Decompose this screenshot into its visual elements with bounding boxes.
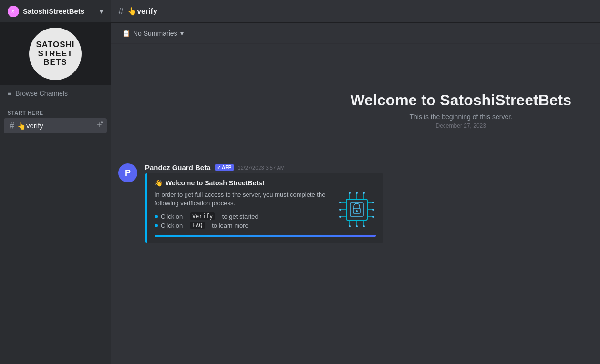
browse-channels-label: Browse Channels bbox=[15, 90, 68, 97]
logo-line-2: STREET bbox=[38, 50, 72, 59]
channel-item-verify[interactable]: # 👆verify bbox=[4, 118, 107, 133]
message-group: P Pandez Guard Beta ✓ APP 12/27/2023 3:5… bbox=[111, 156, 600, 244]
embed-description: In order to get full access to the serve… bbox=[155, 191, 332, 208]
embed-bullet-1: Click on Verify to get started bbox=[155, 212, 332, 220]
svg-point-20 bbox=[349, 225, 351, 227]
svg-text:S: S bbox=[11, 10, 14, 14]
message-header: Pandez Guard Beta ✓ APP 12/27/2023 3:57 … bbox=[145, 163, 592, 172]
channel-header-name: 👆verify bbox=[127, 7, 157, 16]
topbar: # 👆verify bbox=[111, 0, 600, 23]
embed-bottom-bar bbox=[155, 235, 376, 237]
svg-point-2 bbox=[101, 121, 103, 123]
welcome-subtitle: This is the beginning of this server. bbox=[409, 113, 512, 121]
svg-rect-27 bbox=[346, 199, 367, 220]
bullet-dot-2 bbox=[155, 224, 158, 227]
svg-point-22 bbox=[372, 202, 374, 203]
welcome-section: Welcome to SatoshiStreetBets This is the… bbox=[341, 63, 581, 146]
avatar: P bbox=[118, 163, 137, 182]
svg-point-23 bbox=[372, 216, 374, 218]
messages-area[interactable]: Welcome to SatoshiStreetBets This is the… bbox=[111, 44, 600, 364]
bullet-2-pre: Click on bbox=[161, 222, 183, 229]
logo-line-3: BETS bbox=[43, 58, 67, 67]
embed-title-text: Welcome to SatoshiStreetBets! bbox=[166, 179, 264, 187]
bullet-2-post: to learn more bbox=[212, 222, 248, 229]
message-timestamp: 12/27/2023 3:57 AM bbox=[238, 165, 285, 171]
svg-point-15 bbox=[356, 192, 358, 194]
svg-point-18 bbox=[356, 225, 358, 227]
svg-point-24 bbox=[339, 209, 341, 211]
main-content: # 👆verify 📋 No Summaries ▾ Welcome to Sa… bbox=[111, 0, 600, 364]
summaries-button[interactable]: 📋 No Summaries ▾ bbox=[118, 28, 187, 39]
channel-item-left: # 👆verify bbox=[10, 121, 43, 130]
channel-header-hash-icon: # bbox=[118, 6, 124, 17]
sidebar: S SatoshiStreetBets ▾ SATOSHI STREET BET… bbox=[0, 0, 111, 364]
logo-line-1: SATOSHI bbox=[36, 40, 75, 50]
summaries-bar: 📋 No Summaries ▾ bbox=[111, 23, 600, 44]
list-icon: ≡ bbox=[8, 90, 11, 97]
welcome-date: December 27, 2023 bbox=[436, 122, 486, 129]
server-header[interactable]: S SatoshiStreetBets ▾ bbox=[0, 0, 111, 23]
svg-point-21 bbox=[372, 209, 374, 211]
svg-point-19 bbox=[363, 225, 365, 227]
app-badge: ✓ APP bbox=[215, 164, 234, 171]
category-label: START HERE bbox=[0, 102, 111, 118]
bullet-1-code: Verify bbox=[190, 212, 215, 220]
svg-point-30 bbox=[356, 210, 358, 212]
chevron-down-icon: ▾ bbox=[100, 8, 103, 15]
svg-rect-28 bbox=[350, 203, 363, 216]
hash-icon: # bbox=[10, 121, 14, 130]
bullet-1-post: to get started bbox=[222, 213, 259, 220]
svg-point-16 bbox=[363, 192, 365, 194]
bullet-dot-1 bbox=[155, 215, 158, 218]
embed-title: 👋 Welcome to SatoshiStreetBets! bbox=[155, 179, 264, 187]
embed-text-area: In order to get full access to the serve… bbox=[155, 191, 332, 231]
channel-name: 👆verify bbox=[17, 121, 43, 130]
message-author: Pandez Guard Beta bbox=[145, 163, 211, 172]
svg-point-17 bbox=[349, 192, 351, 194]
server-name: SatoshiStreetBets bbox=[23, 7, 84, 15]
server-logo-area: SATOSHI STREET BETS bbox=[0, 23, 111, 85]
browse-channels-button[interactable]: ≡ Browse Channels bbox=[0, 85, 111, 102]
summaries-label: No Summaries bbox=[133, 30, 177, 37]
bullet-1-pre: Click on bbox=[161, 213, 183, 220]
embed-body: In order to get full access to the serve… bbox=[155, 191, 376, 231]
embed-title-emoji: 👋 bbox=[155, 179, 163, 187]
svg-point-25 bbox=[339, 202, 341, 203]
add-user-icon[interactable] bbox=[95, 121, 103, 131]
embed-header: 👋 Welcome to SatoshiStreetBets! bbox=[155, 179, 376, 187]
bullet-2-code: FAQ bbox=[190, 222, 205, 229]
embed-card: 👋 Welcome to SatoshiStreetBets! In order… bbox=[145, 173, 383, 243]
embed-bullet-2: Click on FAQ to learn more bbox=[155, 222, 332, 229]
message-content: Pandez Guard Beta ✓ APP 12/27/2023 3:57 … bbox=[145, 163, 592, 243]
svg-point-26 bbox=[339, 216, 341, 218]
welcome-title: Welcome to SatoshiStreetBets bbox=[350, 91, 571, 109]
server-logo: SATOSHI STREET BETS bbox=[29, 28, 82, 80]
server-header-left: S SatoshiStreetBets bbox=[8, 6, 84, 17]
cyber-chip-illustration bbox=[338, 191, 376, 229]
summaries-dropdown-icon: ▾ bbox=[180, 30, 184, 37]
summaries-icon: 📋 bbox=[122, 30, 130, 37]
server-icon: S bbox=[8, 6, 19, 17]
